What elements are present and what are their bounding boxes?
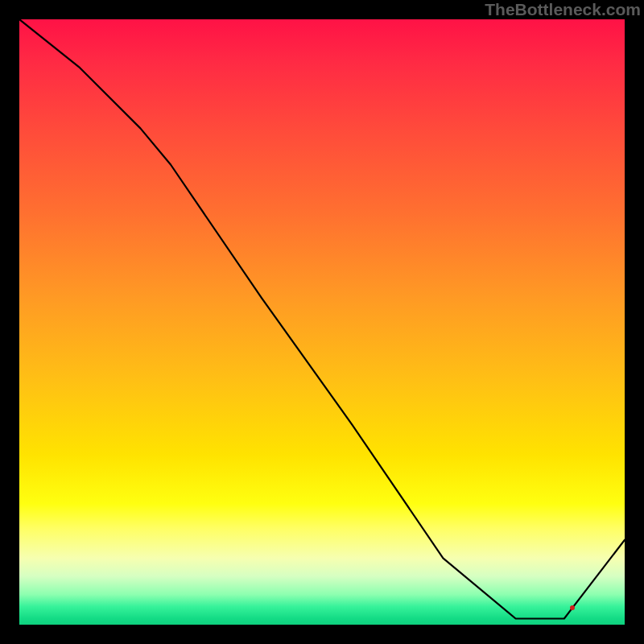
chart-frame: TheBottleneck.com bbox=[0, 0, 644, 644]
annotation-dot bbox=[570, 605, 575, 610]
plot-area bbox=[19, 19, 625, 625]
watermark-text: TheBottleneck.com bbox=[485, 0, 641, 19]
series-curve bbox=[19, 19, 625, 619]
line-plot bbox=[19, 19, 625, 625]
